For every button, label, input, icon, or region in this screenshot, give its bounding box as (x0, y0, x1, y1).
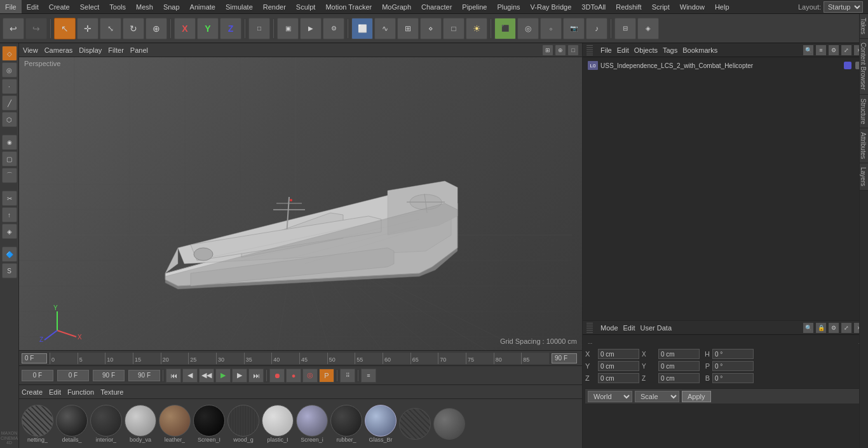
attr-search-icon[interactable]: 🔍 (803, 323, 813, 333)
tab-content-browser[interactable]: Content Browser (860, 39, 868, 94)
viewport-menu-filter[interactable]: Filter (108, 46, 123, 54)
viewport-layout-icon[interactable]: ⊞ (543, 45, 553, 55)
menu-sculpt[interactable]: Sculpt (291, 0, 321, 13)
model-mode-button[interactable]: ◇ (2, 46, 17, 61)
attr-y-pos-input[interactable] (598, 361, 639, 371)
attr-x-pos-input[interactable] (598, 349, 639, 359)
object-mode-button[interactable]: □ (248, 18, 270, 39)
play-button[interactable]: ▶ (215, 369, 231, 383)
attr-menu-edit[interactable]: Edit (623, 324, 635, 332)
current-frame-indicator[interactable]: 0 F (22, 353, 47, 363)
lasso-select-button[interactable]: ⌒ (2, 168, 17, 183)
texture-mode-button[interactable]: ◎ (2, 62, 17, 78)
material-item-wood[interactable]: wood_g (227, 405, 259, 443)
edge-mode-button[interactable]: ╱ (2, 95, 17, 111)
playback-start-frame[interactable] (22, 370, 53, 381)
floor-object-button[interactable]: ⬛ (494, 18, 516, 39)
axis-x-button[interactable]: X (174, 18, 196, 39)
menu-tools[interactable]: Tools (104, 0, 131, 13)
menu-pipeline[interactable]: Pipeline (457, 0, 492, 13)
om-settings-icon[interactable]: ⚙ (829, 45, 839, 55)
tab-attributes[interactable]: Attributes (860, 128, 868, 163)
menu-animate[interactable]: Animate (185, 0, 220, 13)
keys-button[interactable]: ⠿ (340, 369, 355, 383)
attr-p-input[interactable] (712, 361, 754, 371)
om-expand-icon[interactable]: ⤢ (841, 45, 851, 55)
step-back-button[interactable]: ◀ (182, 369, 198, 383)
menu-edit[interactable]: Edit (22, 0, 44, 13)
material-menu-texture[interactable]: Texture (100, 388, 123, 396)
viewport-menu-view[interactable]: View (23, 46, 38, 54)
deformer-button[interactable]: ⋄ (420, 18, 442, 39)
nurbs-button[interactable]: ⊞ (397, 18, 419, 39)
record-active-button[interactable]: ⏺ (269, 369, 285, 383)
material-item-details[interactable]: details_ (56, 405, 88, 443)
om-item-ship[interactable]: L0 USS_Independence_LCS_2_with_Combat_He… (585, 60, 865, 71)
goto-start-button[interactable]: ⏮ (166, 369, 181, 383)
attr-expand-icon[interactable]: ⤢ (841, 323, 851, 333)
axis-y-button[interactable]: Y (197, 18, 219, 39)
playback-end-frame2[interactable] (128, 370, 160, 381)
move-tool-button[interactable]: ✛ (77, 18, 98, 39)
menu-redshift[interactable]: Redshift (611, 0, 646, 13)
camera-morph-button[interactable]: 📷 (563, 18, 585, 39)
om-item-color-dot[interactable] (844, 62, 851, 69)
grid-button[interactable]: ⊟ (614, 18, 636, 39)
tab-takes[interactable]: Takes (860, 14, 868, 39)
tab-layers[interactable]: Layers (860, 163, 868, 191)
attr-menu-userdata[interactable]: User Data (641, 324, 672, 332)
scale-tool-button[interactable]: ⤡ (100, 18, 121, 39)
record-all-button[interactable]: ● (286, 369, 301, 383)
menu-create[interactable]: Create (44, 0, 75, 13)
material-item-extra1[interactable] (399, 408, 431, 440)
menu-script[interactable]: Script (647, 0, 675, 13)
play-reverse-button[interactable]: ◀◀ (199, 369, 214, 383)
undo-button[interactable]: ↩ (3, 18, 24, 39)
scale-select[interactable]: Scale (635, 391, 679, 402)
viewport[interactable]: View Cameras Display Filter Panel ⊞ ⊕ □ … (19, 43, 582, 350)
menu-mograph[interactable]: MoGraph (377, 0, 416, 13)
menu-render[interactable]: Render (258, 0, 291, 13)
attr-b-input[interactable] (712, 373, 754, 383)
tab-structure[interactable]: Structure (860, 95, 868, 129)
material-item-plastic[interactable]: plastic_I (262, 405, 294, 443)
step-forward-button[interactable]: ▶ (232, 369, 247, 383)
viewport-menu-display[interactable]: Display (79, 46, 102, 54)
redo-button[interactable]: ↪ (25, 18, 47, 39)
playback-current-frame[interactable] (57, 370, 89, 381)
render-view-button[interactable]: ▶ (300, 18, 322, 39)
sound-button[interactable]: ♪ (586, 18, 607, 39)
menu-snap[interactable]: Snap (158, 0, 185, 13)
attr-z-pos-input[interactable] (598, 373, 639, 383)
viewport-menu-cameras[interactable]: Cameras (44, 46, 73, 54)
material-item-extra2[interactable] (433, 408, 465, 440)
material-item-leather[interactable]: leather_ (159, 405, 191, 443)
menu-simulate[interactable]: Simulate (220, 0, 258, 13)
box-select-button[interactable]: ▢ (2, 151, 17, 166)
material-item-rubber[interactable]: rubber_ (330, 405, 362, 443)
knife-tool-button[interactable]: ✂ (2, 191, 17, 206)
perspective-button[interactable]: ◈ (637, 18, 659, 39)
bevel-button[interactable]: ◈ (2, 224, 17, 239)
timeline-button[interactable]: ≡ (361, 369, 376, 383)
timeline-ruler[interactable]: 051015202530354045505560657075808590 (50, 353, 549, 364)
axis-z-button[interactable]: Z (220, 18, 241, 39)
om-menu-file[interactable]: File (600, 46, 612, 54)
menu-vray[interactable]: V-Ray Bridge (526, 0, 577, 13)
menu-window[interactable]: Window (675, 0, 710, 13)
render-settings-button[interactable]: ⚙ (323, 18, 344, 39)
sky-button[interactable]: ◎ (517, 18, 539, 39)
viewport-menu-panel[interactable]: Panel (130, 46, 148, 54)
menu-help[interactable]: Help (710, 0, 735, 13)
material-item-netting[interactable]: netting_ (22, 405, 53, 443)
transform-tool-button[interactable]: ⊕ (146, 18, 167, 39)
attr-y-size-input[interactable] (658, 361, 700, 371)
magnet-button[interactable]: 🔷 (2, 247, 17, 262)
playback-end-frame1[interactable] (93, 370, 125, 381)
cube-object-button[interactable]: ⬜ (351, 18, 373, 39)
om-menu-edit[interactable]: Edit (617, 46, 629, 54)
motion-path-button[interactable]: P (319, 369, 334, 383)
material-item-screen[interactable]: Screen_I (193, 405, 225, 443)
material-menu-create[interactable]: Create (22, 388, 43, 396)
attr-z-size-input[interactable] (658, 373, 700, 383)
